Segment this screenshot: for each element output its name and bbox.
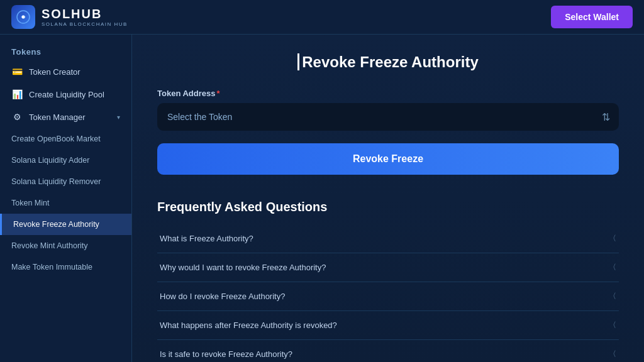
logo-subtitle: SOLANA BLOCKCHAIN HUB [42,21,128,27]
faq-chevron-3: 〈 [609,291,616,302]
faq-section: Frequently Asked Questions What is Freez… [157,200,619,362]
faq-question-3: How do I revoke Freeze Authority? [160,292,285,301]
token-select-wrapper: Select the Token ⇅ [157,103,619,131]
logo-area: SOLHUB SOLANA BLOCKCHAIN HUB [11,5,128,29]
token-address-select[interactable]: Select the Token [157,103,619,131]
sidebar-item-token-creator[interactable]: 💳 Token Creator [0,60,131,83]
faq-question-4: What happens after Freeze Authority is r… [160,321,337,330]
chevron-down-icon: ▾ [117,114,120,121]
logo-title: SOLHUB [42,7,128,21]
sidebar-item-label: Solana Liquidity Adder [11,156,89,165]
sidebar-item-solana-liquidity-adder[interactable]: Solana Liquidity Adder [0,150,131,171]
sidebar-item-label: Revoke Mint Authority [11,241,88,250]
sidebar-item-revoke-freeze-authority[interactable]: Revoke Freeze Authority [0,214,131,235]
faq-chevron-5: 〈 [609,349,616,359]
sidebar-item-label: Create Liquidity Pool [29,90,104,99]
sidebar-item-token-mint[interactable]: Token Mint [0,192,131,214]
select-wallet-button[interactable]: Select Wallet [551,6,633,28]
sidebar-item-label: Token Mint [11,199,49,207]
sidebar-section-tokens: Tokens [0,41,131,60]
sidebar-item-label: Token Creator [29,67,80,77]
body-layout: Tokens 💳 Token Creator 📊 Create Liquidit… [0,35,644,362]
sidebar-item-revoke-mint-authority[interactable]: Revoke Mint Authority [0,235,131,256]
faq-item-3[interactable]: How do I revoke Freeze Authority? 〈 [157,282,619,311]
revoke-freeze-button[interactable]: Revoke Freeze [157,143,619,175]
sidebar-item-label: Create OpenBook Market [11,134,101,143]
sidebar: Tokens 💳 Token Creator 📊 Create Liquidit… [0,35,132,362]
sidebar-item-token-manager[interactable]: ⚙ Token Manager ▾ [0,106,131,128]
form-section: Token Address* Select the Token ⇅ [157,89,619,131]
header: SOLHUB SOLANA BLOCKCHAIN HUB Select Wall… [0,0,644,35]
logo-icon [11,5,35,29]
faq-question-1: What is Freeze Authority? [160,234,253,243]
sidebar-item-solana-liquidity-remover[interactable]: Solana Liquidity Remover [0,171,131,192]
logo-text: SOLHUB SOLANA BLOCKCHAIN HUB [42,7,128,27]
faq-item-5[interactable]: Is it safe to revoke Freeze Authority? 〈 [157,340,619,362]
chart-icon: 📊 [11,89,23,99]
sidebar-item-label: Revoke Freeze Authority [13,220,99,229]
token-address-label: Token Address* [157,89,619,98]
faq-title: Frequently Asked Questions [157,200,619,214]
required-marker: * [216,89,219,98]
credit-card-icon: 💳 [11,67,23,77]
faq-chevron-1: 〈 [609,233,616,244]
faq-chevron-4: 〈 [609,320,616,331]
main-content: Revoke Freeze Authority Token Address* S… [132,35,644,362]
faq-question-5: Is it safe to revoke Freeze Authority? [160,349,292,359]
sidebar-item-create-openbook-market[interactable]: Create OpenBook Market [0,128,131,150]
page-title: Revoke Freeze Authority [157,53,619,71]
sidebar-item-label: Make Token Immutable [11,263,92,272]
faq-question-2: Why would I want to revoke Freeze Author… [160,263,326,272]
faq-chevron-2: 〈 [609,262,616,273]
faq-item-2[interactable]: Why would I want to revoke Freeze Author… [157,253,619,282]
svg-point-1 [22,16,25,19]
sidebar-item-label: Token Manager [29,112,86,122]
sidebar-item-make-token-immutable[interactable]: Make Token Immutable [0,256,131,278]
faq-item-1[interactable]: What is Freeze Authority? 〈 [157,224,619,253]
sidebar-item-create-liquidity-pool[interactable]: 📊 Create Liquidity Pool [0,83,131,106]
sidebar-item-label: Solana Liquidity Remover [11,177,101,186]
gear-icon: ⚙ [11,112,23,122]
faq-item-4[interactable]: What happens after Freeze Authority is r… [157,311,619,340]
